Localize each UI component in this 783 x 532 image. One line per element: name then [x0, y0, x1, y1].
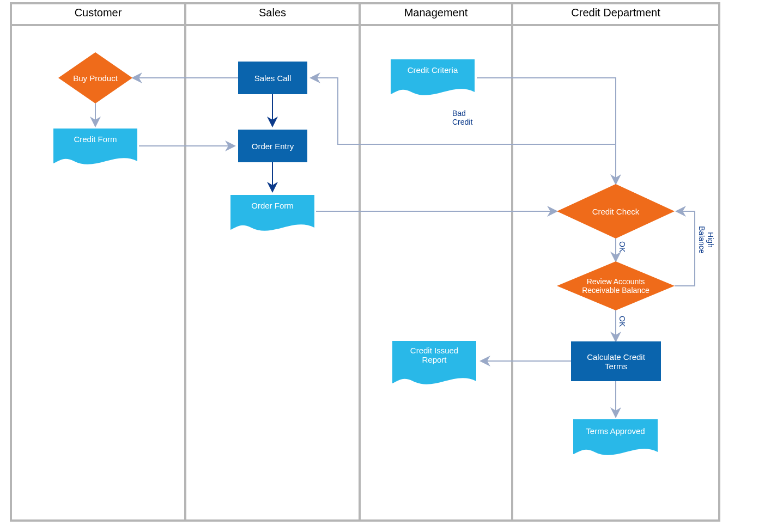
svg-rect-6 [360, 25, 512, 521]
edge-label-bad-credit: Bad Credit [452, 109, 472, 126]
svg-rect-12 [238, 130, 307, 162]
edge-label-ok-2: OK [618, 316, 627, 327]
lane-header-credit-department: Credit Department [512, 7, 719, 19]
svg-rect-13 [571, 341, 661, 381]
lane-header-customer: Customer [11, 7, 185, 19]
high-balance-line1: High [706, 232, 715, 248]
high-balance-line2: Balance [697, 226, 706, 254]
svg-rect-11 [238, 62, 307, 94]
lane-header-management: Management [360, 7, 512, 19]
edge-label-ok-1: OK [618, 241, 627, 252]
lane-header-sales: Sales [185, 7, 360, 19]
edge-label-high-balance: High Balance [697, 226, 715, 254]
swimlane-diagram: Customer Sales Management Credit Departm… [0, 0, 783, 532]
bad-credit-line1: Bad [452, 109, 472, 118]
bad-credit-line2: Credit [452, 118, 472, 126]
